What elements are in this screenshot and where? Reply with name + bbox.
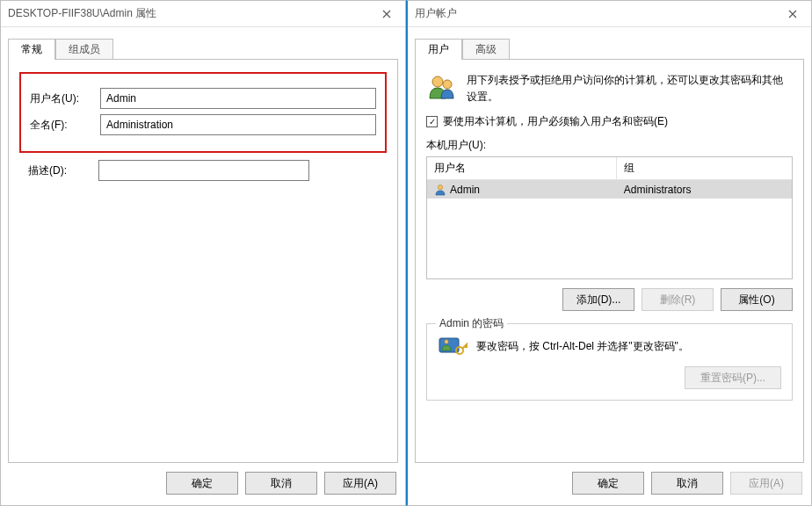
- user-icon: [434, 184, 446, 196]
- ok-button-left[interactable]: 确定: [166, 472, 238, 495]
- label-description: 描述(D):: [23, 163, 98, 178]
- col-group[interactable]: 组: [617, 157, 792, 179]
- description-field[interactable]: [98, 160, 309, 181]
- list-header: 用户名 组: [427, 157, 792, 180]
- close-icon: [382, 10, 391, 18]
- apply-button-left[interactable]: 应用(A): [324, 472, 396, 495]
- intro-text: 用下列表授予或拒绝用户访问你的计算机，还可以更改其密码和其他设置。: [467, 72, 793, 105]
- remove-button: 删除(R): [642, 288, 714, 311]
- svg-point-0: [432, 76, 443, 87]
- local-users-label: 本机用户(U):: [426, 138, 793, 153]
- tabpanel-users: 用下列表授予或拒绝用户访问你的计算机，还可以更改其密码和其他设置。 ✓ 要使用本…: [415, 59, 804, 463]
- apply-button-right: 应用(A): [730, 472, 802, 495]
- close-button-left[interactable]: [368, 1, 405, 27]
- tabpanel-general: 用户名(U): 全名(F): 描述(D):: [8, 59, 398, 463]
- title-right: 用户帐户: [415, 6, 457, 21]
- password-text: 要改密码，按 Ctrl-Alt-Del 并选择"更改密码"。: [476, 339, 689, 354]
- tabs-left: 常规 组成员: [8, 38, 398, 59]
- highlight-box: 用户名(U): 全名(F):: [19, 72, 387, 153]
- close-icon: [788, 10, 797, 18]
- reset-password-button: 重置密码(P)...: [685, 366, 781, 389]
- tabs-right: 用户 高级: [415, 38, 804, 59]
- svg-point-4: [445, 340, 448, 343]
- row-group: Administrators: [617, 182, 792, 198]
- close-button-right[interactable]: [774, 1, 811, 27]
- label-username: 用户名(U):: [25, 91, 100, 106]
- tab-general[interactable]: 常规: [8, 39, 55, 60]
- add-button[interactable]: 添加(D)...: [562, 288, 634, 311]
- button-row-left: 确定 取消 应用(A): [1, 463, 405, 505]
- titlebar-right: 用户帐户: [408, 1, 811, 27]
- users-listview[interactable]: 用户名 组 Admin Administrators: [426, 156, 793, 279]
- row-username: Admin: [450, 184, 480, 196]
- checkbox-icon: ✓: [426, 116, 438, 127]
- tab-users[interactable]: 用户: [415, 39, 462, 60]
- svg-point-1: [443, 80, 452, 89]
- intro-row: 用下列表授予或拒绝用户访问你的计算机，还可以更改其密码和其他设置。: [426, 72, 793, 105]
- tab-members[interactable]: 组成员: [55, 39, 113, 60]
- title-left: DESKTOP-FIIF38U\Admin 属性: [8, 6, 156, 21]
- svg-point-2: [438, 184, 442, 189]
- password-legend: Admin 的密码: [436, 316, 507, 331]
- tab-advanced[interactable]: 高级: [462, 39, 510, 60]
- label-fullname: 全名(F):: [25, 118, 100, 133]
- cancel-button-right[interactable]: 取消: [651, 472, 723, 495]
- properties-button[interactable]: 属性(O): [721, 288, 793, 311]
- fullname-field[interactable]: [100, 114, 376, 135]
- list-buttons: 添加(D)... 删除(R) 属性(O): [426, 288, 793, 311]
- ok-button-right[interactable]: 确定: [572, 472, 644, 495]
- list-row[interactable]: Admin Administrators: [427, 180, 792, 199]
- col-username[interactable]: 用户名: [427, 157, 617, 179]
- key-icon: [438, 333, 468, 359]
- button-row-right: 确定 取消 应用(A): [408, 463, 811, 505]
- checkbox-label: 要使用本计算机，用户必须输入用户名和密码(E): [443, 114, 668, 129]
- users-icon: [426, 72, 458, 104]
- user-accounts-dialog: 用户帐户 用户 高级 用下列表授予或拒绝用户访问你的计算机，还可以更改其密码和其…: [406, 0, 812, 506]
- username-field[interactable]: [100, 88, 376, 109]
- admin-properties-dialog: DESKTOP-FIIF38U\Admin 属性 常规 组成员 用户名(U): …: [0, 0, 406, 506]
- require-password-row[interactable]: ✓ 要使用本计算机，用户必须输入用户名和密码(E): [426, 114, 793, 129]
- password-groupbox: Admin 的密码 要改密码，按 Ctrl-Alt-Del 并选择"更改密码"。…: [426, 323, 793, 401]
- titlebar-left: DESKTOP-FIIF38U\Admin 属性: [1, 1, 405, 27]
- cancel-button-left[interactable]: 取消: [245, 472, 317, 495]
